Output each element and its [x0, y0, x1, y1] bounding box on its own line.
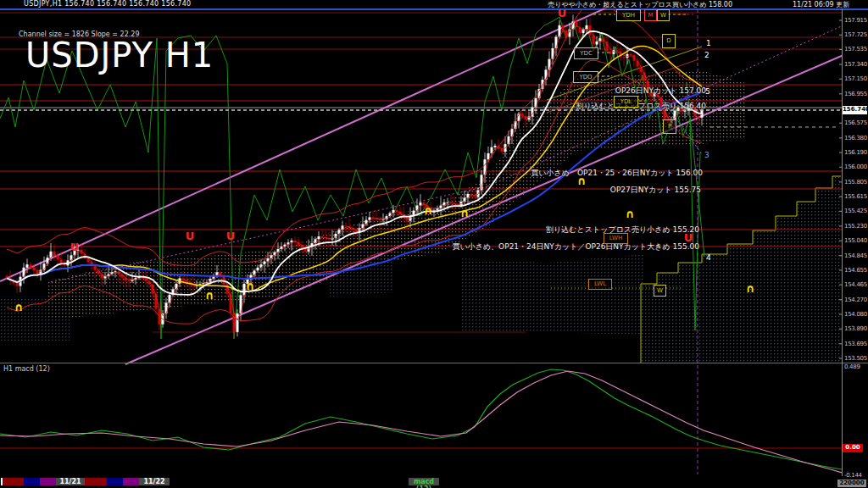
sell-signal-marker: U	[70, 241, 80, 253]
buy-signal-marker: ∩	[205, 289, 214, 302]
price-axis-label: 156.000	[844, 164, 867, 170]
buy-signal-marker: ∩	[577, 175, 587, 187]
sell-signal-marker: U	[226, 230, 236, 242]
macd-strip-tag: macd (12)	[409, 478, 439, 488]
macd-zero-tag: 0.00	[843, 444, 863, 452]
price-axis-label: 154.845	[844, 252, 867, 259]
price-axis-label: 157.725	[844, 31, 867, 38]
timeline-segment	[24, 478, 40, 485]
pivot-label-ydh: YDH	[616, 9, 641, 21]
current-price-tag: 156.740	[843, 106, 867, 114]
price-axis-label: 154.655	[844, 267, 867, 274]
price-axis-label: 154.080	[844, 311, 867, 318]
macd-indicator-label: H1 macd (12)	[3, 365, 50, 373]
price-axis-label: 155.040	[844, 237, 867, 244]
level-annotation: 買い小さめ、OP21・24日NYカット／OP26日NYカット大きめ 155.00	[452, 241, 699, 252]
pivot-label-m: M	[644, 9, 657, 21]
timeline-segment	[85, 478, 107, 485]
pivot-label-lwh: LWH	[604, 233, 628, 244]
pivot-label-w: W	[654, 285, 666, 297]
buy-signal-marker: ∩	[14, 301, 24, 313]
macd-min-label: -0.144	[844, 472, 862, 479]
pivot-label-ydo: YDO	[573, 71, 598, 83]
buy-signal-marker: ∩	[424, 204, 433, 217]
buy-signal-marker: ∩	[746, 282, 755, 295]
macd-max-label: 0.489	[844, 363, 860, 370]
price-axis-line	[842, 8, 843, 476]
wave-number-1: 1	[706, 39, 711, 47]
date-label-1121: 11/21	[56, 478, 85, 485]
price-axis-label: 157.915	[844, 17, 867, 24]
pivot-label-w: W	[657, 9, 670, 21]
wave-number-5: 5	[705, 87, 710, 96]
sell-signal-marker: U	[558, 7, 567, 19]
timeline-segment	[107, 478, 123, 485]
strip-tick	[1, 478, 3, 485]
buy-signal-marker: ∩	[460, 207, 470, 219]
level-annotation: 買い小さめ OP21・25・26日NYカット 156.00	[531, 168, 703, 179]
price-axis-label: 155.805	[844, 179, 867, 186]
price-axis-label: 156.955	[844, 91, 867, 97]
date-label-1122: 11/22	[139, 478, 170, 485]
buy-signal-marker: ∩	[246, 280, 255, 292]
price-axis-label: 154.465	[844, 281, 867, 288]
price-axis-label: 154.270	[844, 297, 867, 303]
timeline-segment	[40, 478, 56, 485]
sell-signal-marker: U	[186, 230, 195, 242]
timeline-strip[interactable]: 11/2111/22macd (12)	[0, 476, 868, 488]
subwindow-separator[interactable]	[0, 363, 868, 363]
price-axis-label: 155.230	[844, 223, 867, 230]
chart-title: USDJPY H1	[25, 36, 214, 75]
corner-value-tag: 220000	[837, 480, 866, 487]
mt4-chart-window: USDJPY,H1 156.740 156.740 156.740 156.74…	[0, 0, 868, 488]
wave-number-4: 4	[706, 253, 711, 262]
timeline-segment	[3, 478, 24, 485]
price-axis-label: 153.695	[844, 341, 867, 347]
pivot-label-ydl: YDL	[614, 96, 638, 108]
timeline-segment	[123, 478, 139, 485]
price-axis-label: 157.150	[844, 75, 867, 82]
pivot-label-d: D	[662, 34, 676, 48]
sell-signal-marker: U	[684, 231, 693, 244]
price-axis-label: 153.505	[844, 355, 867, 362]
pivot-label-ydc: YDC	[574, 47, 598, 59]
buy-signal-marker: ∩	[626, 208, 635, 220]
level-annotation: 割り込むとストップロス売り 156.40	[576, 101, 706, 112]
wave-number-3: 3	[704, 151, 709, 159]
pivot-label-p: P	[663, 119, 676, 134]
price-axis-label: 156.190	[844, 149, 867, 156]
price-axis-label: 155.425	[844, 208, 867, 214]
price-axis-label: 153.890	[844, 325, 867, 332]
price-axis-label: 157.535	[844, 46, 867, 53]
level-annotation: OP27日NYカット 155.75	[610, 185, 701, 196]
price-axis-label: 157.340	[844, 61, 867, 68]
wave-number-2: 2	[704, 51, 709, 59]
price-axis-label: 156.575	[844, 119, 867, 126]
price-axis-label: 156.380	[844, 135, 867, 141]
pivot-label-lwl: LWL	[588, 279, 612, 290]
price-axis-label: 155.615	[844, 193, 867, 200]
